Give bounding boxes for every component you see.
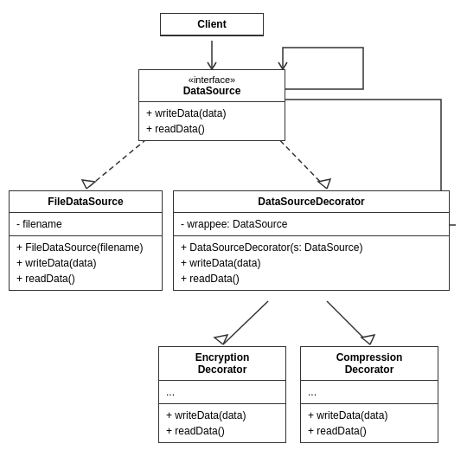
datasource-stereotype: «interface» — [146, 74, 278, 85]
compressiondecorator-method-1: + writeData(data) — [308, 408, 431, 423]
datasource-name: DataSource — [183, 85, 241, 97]
datasource-box: «interface» DataSource + writeData(data)… — [138, 69, 285, 141]
svg-line-4 — [327, 301, 370, 344]
client-box: Client — [160, 13, 264, 36]
encryptiondecorator-method-1: + writeData(data) — [166, 408, 278, 423]
datasource-header: «interface» DataSource — [139, 70, 285, 102]
encryptiondecorator-methods: + writeData(data) + readData() — [159, 404, 285, 442]
compressiondecorator-fields: ... — [301, 381, 438, 404]
encryptiondecorator-header: EncryptionDecorator — [159, 347, 285, 381]
client-name: Client — [197, 18, 226, 30]
datasourcedecorator-field-1: - wrappee: DataSource — [181, 216, 442, 232]
encryptiondecorator-field-1: ... — [166, 384, 278, 400]
filedatasource-field-1: - filename — [16, 216, 155, 232]
datasourcedecorator-method-2: + writeData(data) — [181, 255, 442, 271]
filedatasource-name: FileDataSource — [48, 196, 123, 208]
filedatasource-method-3: + readData() — [16, 271, 155, 286]
encryptiondecorator-name: EncryptionDecorator — [195, 351, 250, 376]
datasourcedecorator-header: DataSourceDecorator — [174, 191, 449, 213]
datasourcedecorator-methods: + DataSourceDecorator(s: DataSource) + w… — [174, 236, 449, 290]
compressiondecorator-name: CompressionDecorator — [336, 351, 403, 376]
encryptiondecorator-method-2: + readData() — [166, 423, 278, 439]
datasource-method-2: + readData() — [146, 121, 278, 137]
datasource-methods: + writeData(data) + readData() — [139, 102, 285, 140]
encryptiondecorator-fields: ... — [159, 381, 285, 404]
filedatasource-method-2: + writeData(data) — [16, 255, 155, 271]
filedatasource-method-1: + FileDataSource(filename) — [16, 240, 155, 255]
datasource-method-1: + writeData(data) — [146, 106, 278, 121]
encryptiondecorator-box: EncryptionDecorator ... + writeData(data… — [158, 346, 286, 443]
datasourcedecorator-box: DataSourceDecorator - wrappee: DataSourc… — [173, 190, 450, 291]
compressiondecorator-methods: + writeData(data) + readData() — [301, 404, 438, 442]
filedatasource-fields: - filename — [10, 213, 162, 236]
filedatasource-box: FileDataSource - filename + FileDataSour… — [9, 190, 163, 291]
datasourcedecorator-method-3: + readData() — [181, 271, 442, 286]
filedatasource-methods: + FileDataSource(filename) + writeData(d… — [10, 236, 162, 290]
client-header: Client — [161, 14, 263, 35]
uml-diagram: Client «interface» DataSource + writeDat… — [0, 0, 467, 476]
datasourcedecorator-fields: - wrappee: DataSource — [174, 213, 449, 236]
datasourcedecorator-name: DataSourceDecorator — [258, 196, 364, 208]
compressiondecorator-method-2: + readData() — [308, 423, 431, 439]
compressiondecorator-header: CompressionDecorator — [301, 347, 438, 381]
compressiondecorator-field-1: ... — [308, 384, 431, 400]
datasourcedecorator-method-1: + DataSourceDecorator(s: DataSource) — [181, 240, 442, 255]
svg-line-3 — [223, 301, 268, 344]
filedatasource-header: FileDataSource — [10, 191, 162, 213]
compressiondecorator-box: CompressionDecorator ... + writeData(dat… — [300, 346, 438, 443]
